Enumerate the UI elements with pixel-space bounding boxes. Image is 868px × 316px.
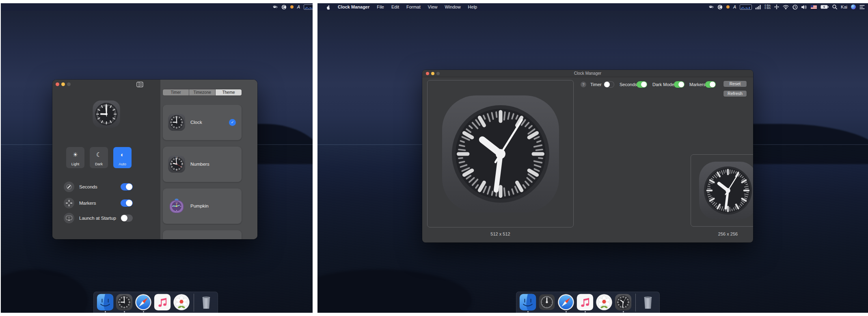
- dark-mode-label: Dark Mode: [652, 82, 674, 87]
- sidebar-toggle-icon[interactable]: [136, 82, 143, 87]
- pumpkin-theme-icon: 12: [168, 197, 186, 215]
- dock-music-icon[interactable]: [577, 294, 594, 312]
- wifi-icon[interactable]: [783, 5, 789, 9]
- minimize-button[interactable]: [61, 82, 65, 86]
- right-screenshot: Clock Manager File Edit Format View Wind…: [317, 3, 868, 313]
- teapot-icon[interactable]: [708, 5, 714, 9]
- option-row-seconds: Seconds: [52, 181, 160, 193]
- theme-button-dark[interactable]: ☾ Dark: [90, 147, 108, 168]
- theme-card-label: Clock: [190, 105, 202, 140]
- theme-card-pumpkin[interactable]: 12 Pumpkin: [163, 188, 242, 224]
- preview-box-256: [691, 154, 753, 227]
- reset-button[interactable]: Reset: [723, 81, 747, 87]
- dock-photos-icon[interactable]: [596, 294, 613, 312]
- time-machine-icon[interactable]: [792, 4, 798, 10]
- prefs-left-pane: ☀ Light ☾ Dark ◐ Auto Seconds: [52, 80, 160, 239]
- seconds-toggle[interactable]: [121, 183, 133, 190]
- theme-button-label: Auto: [119, 162, 126, 166]
- dock-timer-icon[interactable]: [538, 294, 555, 312]
- launch-at-startup-toggle[interactable]: [121, 214, 133, 222]
- dock: [516, 292, 660, 313]
- app-menu-title[interactable]: Clock Manager: [334, 3, 373, 11]
- siri-icon[interactable]: [851, 4, 856, 9]
- theme-button-label: Light: [71, 162, 80, 166]
- apple-menu-icon[interactable]: [322, 4, 334, 10]
- clock-preferences-window: ☀ Light ☾ Dark ◐ Auto Seconds: [52, 80, 257, 239]
- activity-graph-icon[interactable]: [740, 4, 752, 10]
- menu-window[interactable]: Window: [441, 3, 464, 11]
- status-icons: A: [272, 4, 313, 10]
- dock-music-icon[interactable]: [154, 294, 171, 312]
- menu-help[interactable]: Help: [464, 3, 481, 11]
- dock-clock-app-icon[interactable]: [116, 294, 133, 312]
- preview-box-512: [427, 80, 574, 227]
- menu-format[interactable]: Format: [403, 3, 424, 11]
- notification-list-icon[interactable]: [859, 5, 865, 9]
- markers-label: Markers: [689, 82, 706, 87]
- dock-divider: [194, 294, 194, 312]
- orange-dot-icon[interactable]: [290, 5, 294, 9]
- refresh-button[interactable]: Refresh: [723, 91, 747, 97]
- option-label: Launch at Startup: [79, 212, 116, 224]
- move-icon[interactable]: [774, 4, 779, 9]
- battery-icon[interactable]: [820, 5, 829, 9]
- creative-cloud-icon[interactable]: [281, 4, 287, 10]
- theme-card-label: Pumpkin: [190, 188, 209, 224]
- svg-text:9: 9: [171, 163, 172, 165]
- title-bar: Clock Manager: [422, 70, 753, 77]
- creative-cloud-icon[interactable]: [717, 4, 723, 10]
- theme-button-light[interactable]: ☀ Light: [66, 147, 84, 168]
- theme-button-auto[interactable]: ◐ Auto: [113, 147, 132, 168]
- dock-finder-icon[interactable]: [97, 294, 114, 312]
- search-icon[interactable]: [832, 4, 837, 9]
- tab-timezone[interactable]: Timezone: [189, 89, 216, 95]
- dark-mode-toggle[interactable]: [674, 81, 684, 88]
- svg-text:12: 12: [175, 157, 178, 159]
- dock-safari-icon[interactable]: [135, 294, 152, 312]
- help-button[interactable]: ?: [581, 82, 586, 87]
- theme-card-clock[interactable]: Clock ✓: [163, 105, 242, 140]
- seconds-toggle[interactable]: [637, 81, 647, 88]
- menu-file[interactable]: File: [373, 3, 388, 11]
- markers-toggle[interactable]: [705, 81, 716, 88]
- svg-text:6: 6: [176, 169, 177, 171]
- letter-a-icon[interactable]: A: [297, 4, 300, 9]
- activity-graph-icon[interactable]: [304, 4, 313, 10]
- letter-a-icon[interactable]: A: [733, 4, 736, 9]
- window-title: Clock Manager: [422, 70, 753, 77]
- menu-edit[interactable]: Edit: [388, 3, 403, 11]
- orange-dot-icon[interactable]: [726, 5, 730, 9]
- menu-view[interactable]: View: [424, 3, 441, 11]
- status-icons: A 0 B/s 0 B/s Kai: [708, 4, 868, 10]
- dock-safari-icon[interactable]: [557, 294, 574, 312]
- numbers-theme-icon: 12369: [168, 155, 186, 173]
- user-name[interactable]: Kai: [841, 4, 847, 9]
- dock: [93, 292, 218, 313]
- dock-trash-icon[interactable]: [639, 294, 656, 312]
- theme-card-numbers[interactable]: 12369 Numbers: [163, 147, 242, 182]
- dock-trash-icon[interactable]: [198, 294, 215, 312]
- close-button[interactable]: [56, 82, 59, 86]
- download-speed: 0 B/s: [764, 7, 771, 10]
- clock-256: [698, 160, 753, 221]
- clock-512: [440, 93, 561, 215]
- teapot-icon[interactable]: [272, 5, 278, 9]
- volume-icon[interactable]: [801, 5, 807, 9]
- tab-timer[interactable]: Timer: [163, 89, 189, 95]
- us-flag-icon[interactable]: [811, 5, 817, 9]
- menu-bar: A: [1, 3, 313, 11]
- tab-theme[interactable]: Theme: [216, 89, 242, 95]
- composite-canvas: A ☀ Light ☾: [0, 0, 868, 316]
- network-speed[interactable]: 0 B/s 0 B/s: [764, 4, 771, 10]
- timer-toggle[interactable]: [604, 81, 614, 88]
- dock-clock-app-icon[interactable]: [615, 294, 632, 312]
- dock-finder-icon[interactable]: [519, 294, 536, 312]
- signal-bars-icon[interactable]: [756, 5, 761, 9]
- option-row-markers: Markers: [52, 197, 160, 209]
- dock-photos-icon[interactable]: [173, 294, 190, 312]
- option-label: Markers: [79, 197, 96, 209]
- menu-bar: Clock Manager File Edit Format View Wind…: [317, 3, 868, 11]
- seconds-label: Seconds: [620, 82, 637, 87]
- markers-toggle[interactable]: [121, 199, 133, 207]
- theme-card-partial[interactable]: [163, 230, 242, 239]
